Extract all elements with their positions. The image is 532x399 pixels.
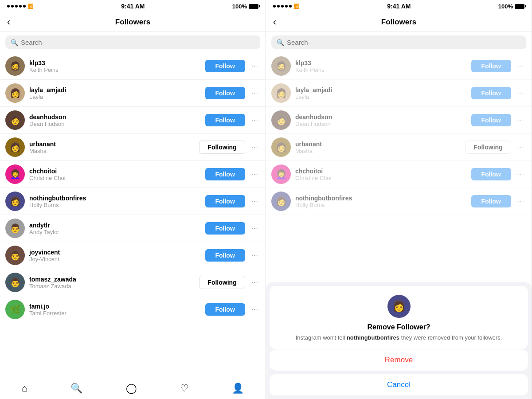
username-urbanant: urbanant — [29, 141, 195, 148]
followers-list-left: 🧔klp33Keith PeirisFollow···👩layla_amjadi… — [0, 53, 266, 377]
more-button-layla_amjadi[interactable]: ··· — [516, 89, 526, 97]
search-icon-right: 🔍 — [277, 39, 284, 46]
avatar-chchoitoi: 👩‍🦱 — [5, 164, 25, 184]
back-button-right[interactable]: ‹ — [273, 16, 276, 28]
more-button-andytlr[interactable]: ··· — [250, 224, 260, 232]
list-item: 🧑deanhudsonDean HudsonFollow··· — [266, 107, 532, 134]
back-button-left[interactable]: ‹ — [7, 16, 10, 28]
more-button-tami_jo[interactable]: ··· — [250, 305, 260, 313]
more-button-tomasz_zawada[interactable]: ··· — [250, 278, 260, 286]
battery-area-r: 100% — [498, 3, 524, 10]
more-button-deanhudson[interactable]: ··· — [516, 116, 526, 124]
list-item: 🌿tami.joTami ForresterFollow··· — [0, 296, 266, 323]
follow-button-urbanant[interactable]: Following — [199, 141, 245, 154]
list-item: 👨andytlrAndy TaylorFollow··· — [0, 215, 266, 242]
signal-dots — [7, 5, 26, 8]
search-bar-left[interactable]: 🔍 — [5, 35, 260, 49]
display-name-deanhudson: Dean Hudson — [295, 121, 467, 127]
follow-button-klp33[interactable]: Follow — [205, 60, 245, 72]
username-chchoitoi: chchoitoi — [295, 168, 467, 175]
user-info-layla_amjadi: layla_amjadiLayla — [29, 86, 201, 100]
username-deanhudson: deanhudson — [295, 113, 467, 121]
follow-button-layla_amjadi[interactable]: Follow — [471, 87, 511, 99]
battery-area: 100% — [232, 3, 258, 10]
avatar-face-tami_jo: 🌿 — [5, 300, 25, 319]
remove-button[interactable]: Remove — [270, 349, 528, 371]
follow-button-tami_jo[interactable]: Follow — [205, 303, 245, 316]
display-name-nothingbutbonfires: Holly Burns — [29, 202, 201, 208]
follow-button-nothingbutbonfires[interactable]: Follow — [471, 195, 511, 207]
follow-button-andytlr[interactable]: Follow — [205, 222, 245, 235]
avatar-face-urbanant: 👩 — [5, 137, 25, 157]
username-layla_amjadi: layla_amjadi — [295, 86, 467, 94]
battery-icon — [249, 4, 258, 9]
list-item: 👩layla_amjadiLaylaFollow··· — [0, 80, 266, 107]
more-button-urbanant[interactable]: ··· — [250, 143, 260, 151]
avatar-layla_amjadi: 👩 — [5, 83, 25, 103]
follow-button-tomasz_zawada[interactable]: Following — [199, 276, 245, 289]
username-klp33: klp33 — [29, 59, 201, 66]
more-button-chchoitoi[interactable]: ··· — [516, 170, 526, 178]
nav-camera-left[interactable]: ◯ — [126, 383, 137, 394]
nav-heart-left[interactable]: ♡ — [180, 383, 189, 394]
follow-button-klp33[interactable]: Follow — [471, 60, 511, 72]
avatar-face-nothingbutbonfires: 👩 — [5, 192, 25, 211]
avatar-nothingbutbonfires: 👩 — [5, 192, 25, 211]
username-layla_amjadi: layla_amjadi — [29, 86, 201, 94]
follow-button-chchoitoi[interactable]: Follow — [205, 168, 245, 180]
follow-button-deanhudson[interactable]: Follow — [205, 114, 245, 126]
list-item: 👩urbanantMashaFollowing··· — [266, 134, 532, 161]
follow-button-urbanant[interactable]: Following — [465, 141, 511, 154]
list-item: 🧑deanhudsonDean HudsonFollow··· — [0, 107, 266, 134]
bottom-nav-left: ⌂ 🔍 ◯ ♡ 👤 — [0, 377, 266, 399]
list-item: 👨tomasz_zawadaTomasz ZawadaFollowing··· — [0, 269, 266, 296]
more-button-klp33[interactable]: ··· — [250, 62, 260, 70]
username-nothingbutbonfires: nothingbutbonfires — [29, 195, 201, 202]
display-name-tomasz_zawada: Tomasz Zawada — [29, 283, 195, 289]
display-name-klp33: Keith Peiris — [29, 66, 201, 73]
more-button-urbanant[interactable]: ··· — [516, 143, 526, 151]
avatar-joyvincent: 👨 — [5, 246, 25, 265]
user-info-klp33: klp33Keith Peiris — [295, 59, 467, 73]
user-info-chchoitoi: chchoitoiChristine Choi — [295, 168, 467, 181]
more-button-klp33[interactable]: ··· — [516, 62, 526, 70]
avatar-urbanant: 👩 — [5, 137, 25, 157]
avatar-face-klp33: 🧔 — [5, 56, 25, 76]
more-button-layla_amjadi[interactable]: ··· — [250, 89, 260, 97]
follow-button-nothingbutbonfires[interactable]: Follow — [205, 195, 245, 207]
more-button-deanhudson[interactable]: ··· — [250, 116, 260, 124]
more-button-nothingbutbonfires[interactable]: ··· — [516, 197, 526, 205]
nav-search-left[interactable]: 🔍 — [70, 383, 82, 394]
user-info-nothingbutbonfires: nothingbutbonfiresHolly Burns — [295, 195, 467, 208]
list-item: 👩layla_amjadiLaylaFollow··· — [266, 80, 532, 107]
display-name-joyvincent: Joy-Vincent — [29, 256, 201, 262]
modal-title: Remove Follower? — [277, 323, 521, 331]
list-item: 👩nothingbutbonfiresHolly BurnsFollow··· — [0, 188, 266, 215]
list-item: 🧔klp33Keith PeirisFollow··· — [266, 53, 532, 80]
more-button-chchoitoi[interactable]: ··· — [250, 170, 260, 178]
nav-bar-left: ‹ Followers — [0, 12, 266, 32]
more-button-nothingbutbonfires[interactable]: ··· — [250, 197, 260, 205]
nav-profile-left[interactable]: 👤 — [232, 383, 244, 394]
follow-button-chchoitoi[interactable]: Follow — [471, 168, 511, 180]
status-left-r: 📶 — [273, 4, 300, 9]
follow-button-joyvincent[interactable]: Follow — [205, 249, 245, 262]
cancel-button[interactable]: Cancel — [270, 374, 528, 395]
display-name-andytlr: Andy Taylor — [29, 229, 201, 235]
avatar-tomasz_zawada: 👨 — [5, 273, 25, 292]
nav-home-left[interactable]: ⌂ — [22, 383, 27, 394]
user-info-klp33: klp33Keith Peiris — [29, 59, 201, 73]
user-info-layla_amjadi: layla_amjadiLayla — [295, 86, 467, 100]
search-input-left[interactable] — [21, 39, 255, 46]
username-nothingbutbonfires: nothingbutbonfires — [295, 195, 467, 202]
search-icon-left: 🔍 — [11, 39, 18, 46]
search-bar-right[interactable]: 🔍 — [271, 35, 526, 49]
more-button-joyvincent[interactable]: ··· — [250, 251, 260, 259]
username-tomasz_zawada: tomasz_zawada — [29, 276, 195, 283]
avatar-face-deanhudson: 🧑 — [5, 110, 25, 130]
follow-button-layla_amjadi[interactable]: Follow — [205, 87, 245, 99]
search-input-right[interactable] — [287, 39, 521, 46]
avatar-deanhudson: 🧑 — [5, 110, 25, 130]
user-info-urbanant: urbanantMasha — [295, 141, 461, 154]
follow-button-deanhudson[interactable]: Follow — [471, 114, 511, 126]
